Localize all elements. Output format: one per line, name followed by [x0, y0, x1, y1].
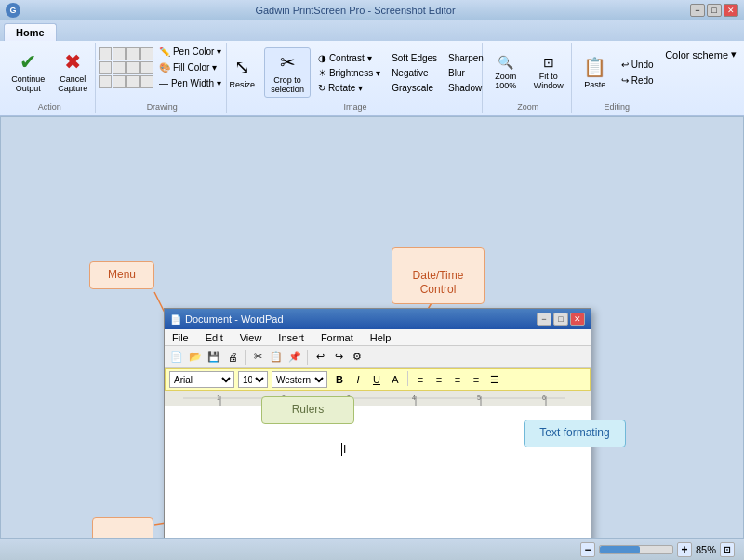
format-sep — [407, 371, 408, 386]
zoom-group-label: Zoom — [517, 100, 538, 112]
draw-tool-12[interactable] — [140, 75, 153, 88]
fill-color-button[interactable]: 🎨 Fill Color ▾ — [155, 60, 225, 74]
draw-tool-6[interactable] — [113, 61, 126, 74]
shadow-button[interactable]: Shadow — [445, 81, 487, 95]
draw-tool-1[interactable] — [99, 47, 112, 60]
resize-button[interactable]: ⤡ Resize — [223, 53, 260, 92]
rotate-button[interactable]: ↻ Rotate ▾ — [314, 81, 384, 95]
wp-undo-btn[interactable]: ↩ — [312, 349, 328, 366]
redo-button[interactable]: ↪ Redo — [618, 73, 658, 87]
wp-bold-btn[interactable]: B — [331, 371, 348, 388]
pen-width-button[interactable]: — Pen Width ▾ — [155, 76, 225, 90]
minimize-button[interactable]: − — [690, 4, 705, 17]
soft-edges-button[interactable]: Soft Edges — [388, 51, 441, 65]
wp-cut-btn[interactable]: ✂ — [249, 349, 266, 366]
draw-tool-2[interactable] — [113, 47, 126, 60]
annotation-rulers: Rulers — [261, 396, 354, 424]
crop-button[interactable]: ✂ Crop toselection — [264, 47, 311, 98]
zoom-buttons: 🔍 Zoom100% ⊡ Fit toWindow — [487, 45, 569, 100]
wp-align-right-btn[interactable]: ≡ — [449, 371, 466, 388]
wp-list-btn[interactable]: ☰ — [486, 371, 503, 388]
zoom100-button[interactable]: 🔍 Zoom100% — [487, 52, 525, 93]
draw-tool-10[interactable] — [113, 75, 126, 88]
zoom-control: − + 85% ⊡ — [580, 542, 735, 557]
wp-font-select[interactable]: Arial — [169, 371, 234, 388]
pen-color-button[interactable]: ✏️ Pen Color ▾ — [155, 45, 225, 59]
wp-align-left-btn[interactable]: ≡ — [412, 371, 429, 388]
paste-button[interactable]: 📋 Paste — [577, 53, 614, 92]
wp-encoding-select[interactable]: Western — [272, 371, 327, 388]
wp-align-center-btn[interactable]: ≡ — [431, 371, 447, 388]
annotation-menu: Menu — [89, 261, 154, 289]
brightness-button[interactable]: ☀ Brightness ▾ — [314, 66, 384, 80]
zoom-out-button[interactable]: − — [580, 542, 595, 557]
format-buttons: B I U A ≡ ≡ ≡ ≡ ☰ — [331, 371, 503, 388]
draw-tool-4[interactable] — [140, 47, 153, 60]
drawing-tools-col: ✏️ Pen Color ▾ 🎨 Fill Color ▾ — Pen Widt… — [99, 45, 225, 90]
cancel-capture-button[interactable]: ✖ CancelCapture — [52, 49, 93, 96]
fit-window-status-button[interactable]: ⊡ — [720, 542, 735, 557]
wp-size-select[interactable]: 10 — [238, 371, 268, 388]
draw-tool-7[interactable] — [126, 61, 140, 74]
title-bar: G Gadwin PrintScreen Pro - Screenshot Ed… — [0, 0, 744, 20]
wp-save-btn[interactable]: 💾 — [206, 349, 222, 366]
wp-color-btn[interactable]: A — [387, 371, 404, 388]
wp-paste-btn[interactable]: 📌 — [286, 349, 303, 366]
wp-menu-format[interactable]: Format — [317, 331, 357, 344]
wp-menu-view[interactable]: View — [236, 331, 266, 344]
fit-window-button[interactable]: ⊡ Fit toWindow — [528, 52, 569, 93]
wp-redo-btn[interactable]: ↪ — [330, 349, 347, 366]
draw-tool-8[interactable] — [140, 61, 153, 74]
zoom-percent: 85% — [696, 544, 716, 555]
wp-print-btn[interactable]: 🖨 — [224, 349, 241, 366]
action-group-label: Action — [38, 100, 61, 112]
wp-copy-btn[interactable]: 📋 — [268, 349, 285, 366]
title-bar-left: G — [6, 3, 20, 18]
contrast-button[interactable]: ◑ Contrast ▾ — [314, 51, 384, 65]
close-button[interactable]: ✕ — [724, 4, 738, 17]
wp-open-btn[interactable]: 📂 — [187, 349, 204, 366]
image-group-label: Image — [344, 100, 367, 112]
draw-tool-9[interactable] — [99, 75, 112, 88]
draw-tool-3[interactable] — [126, 47, 140, 60]
maximize-button[interactable]: □ — [707, 4, 722, 17]
wp-close-button[interactable]: ✕ — [570, 313, 585, 326]
zoom-in-button[interactable]: + — [677, 542, 692, 557]
draw-tool-11[interactable] — [126, 75, 140, 88]
wordpad-ruler: 1 2 3 4 5 6 — [165, 391, 591, 406]
cursor-char: I — [343, 443, 346, 456]
undo-button[interactable]: ↩ Undo — [618, 58, 658, 72]
wp-italic-btn[interactable]: I — [350, 371, 366, 388]
continue-output-button[interactable]: ✔ ContinueOutput — [6, 49, 50, 96]
negative-button[interactable]: Negative — [388, 66, 441, 80]
resize-icon: ⤡ — [234, 56, 250, 78]
color-scheme-button[interactable]: Color scheme ▾ — [661, 47, 740, 62]
wp-menu-insert[interactable]: Insert — [274, 331, 308, 344]
wp-align-justify-btn[interactable]: ≡ — [468, 371, 485, 388]
wp-new-btn[interactable]: 📄 — [168, 349, 185, 366]
tab-home[interactable]: Home — [4, 23, 57, 41]
wp-minimize-button[interactable]: − — [537, 313, 551, 326]
grayscale-button[interactable]: Grayscale — [388, 81, 441, 95]
wp-menu-help[interactable]: Help — [366, 331, 395, 344]
sharpen-button[interactable]: Sharpen — [445, 51, 487, 65]
wp-menu-file[interactable]: File — [168, 331, 193, 344]
ribbon-group-editing: 📋 Paste ↩ Undo ↪ Redo Editing — [574, 43, 659, 113]
zoom100-icon: 🔍 — [498, 55, 513, 70]
wordpad-controls: − □ ✕ — [537, 313, 585, 326]
wp-misc-btn[interactable]: ⚙ — [349, 349, 365, 366]
svg-text:6: 6 — [542, 394, 546, 401]
main-area: Menu Date/Time Control 📄 Document - Word… — [0, 116, 744, 560]
wp-menu-edit[interactable]: Edit — [202, 331, 227, 344]
blur-button[interactable]: Blur — [445, 66, 487, 80]
draw-tool-5[interactable] — [99, 61, 112, 74]
wp-maximize-button[interactable]: □ — [553, 313, 568, 326]
title-bar-title: Gadwin PrintScreen Pro - Screenshot Edit… — [20, 5, 690, 16]
image-buttons: ⤡ Resize ✂ Crop toselection ◑ Contrast ▾… — [223, 45, 487, 100]
ribbon-content: ✔ ContinueOutput ✖ CancelCapture Action — [0, 41, 744, 115]
wp-underline-btn[interactable]: U — [368, 371, 385, 388]
drawing-group-label: Drawing — [147, 100, 178, 112]
zoom-slider[interactable] — [599, 545, 673, 554]
editing-group-label: Editing — [604, 100, 630, 112]
ribbon: Home ✔ ContinueOutput ✖ CancelCapture Ac… — [0, 20, 744, 116]
